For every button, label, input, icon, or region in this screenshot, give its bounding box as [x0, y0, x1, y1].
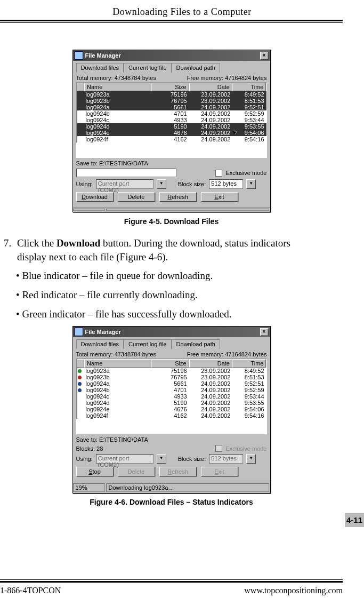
tab-download-path[interactable]: Download path [172, 63, 220, 73]
tab-download-files[interactable]: Download files [76, 63, 124, 73]
table-row[interactable]: log0924b470124.09.20029:52:59 [77, 387, 266, 393]
table-row[interactable]: log0924e467624.09.20029:54:06 [77, 406, 266, 412]
block-size-label: Block size: [178, 456, 206, 462]
app-icon [75, 328, 83, 336]
table-row[interactable]: log0923b7679523.09.20028:51:53 [77, 374, 266, 380]
stop-button[interactable]: Stop [76, 467, 114, 476]
tab-download-path[interactable]: Download path [172, 339, 220, 349]
table-row[interactable]: log0924c493324.09.20029:53:44 [77, 117, 266, 123]
save-to: Save to: E:\TESTING\DATA [76, 158, 267, 168]
figure-caption-46: Figure 4-6. Download Files – Status Indi… [0, 498, 343, 506]
bullet-red: Red indicator – file currently downloadi… [16, 288, 321, 302]
table-row[interactable]: log0924a566124.09.20029:52:51 [77, 104, 266, 110]
table-row[interactable]: log0924c493324.09.20029:53:44 [77, 393, 266, 400]
col-size[interactable]: Size [151, 83, 189, 91]
chevron-down-icon: ▼ [157, 454, 166, 464]
save-path-field[interactable] [76, 169, 176, 177]
footer-phone: 1-866-4TOPCON [0, 586, 61, 595]
col-time[interactable]: Time [232, 359, 266, 368]
status-dot-icon [78, 388, 82, 392]
table-row[interactable]: log0923a7519623.09.20028:49:52 [77, 368, 266, 374]
col-indicator[interactable] [77, 359, 84, 368]
delete-button[interactable]: Delete [118, 192, 155, 202]
using-select: Current port (COM2) [96, 454, 153, 464]
col-indicator[interactable] [77, 83, 84, 91]
status-text: Downloading log0923a… [106, 483, 269, 492]
titlebar[interactable]: File Manager × [73, 327, 270, 337]
total-memory: Total memory: 47348784 bytes [76, 351, 156, 357]
tab-current-log[interactable]: Current log file [124, 339, 172, 349]
status-dot-icon [78, 376, 82, 379]
refresh-button[interactable]: Refresh [159, 192, 197, 202]
status-percent: 19% [73, 483, 105, 492]
block-size-select[interactable]: 512 bytes [209, 179, 243, 189]
chevron-down-icon[interactable]: ▼ [157, 179, 166, 189]
col-name[interactable]: Name [84, 83, 151, 91]
using-label: Using: [76, 181, 93, 187]
delete-button: Delete [118, 467, 155, 476]
figure-caption-45: Figure 4-5. Download Files [0, 217, 343, 226]
save-to: Save to: E:\TESTING\DATA [76, 434, 267, 444]
file-grid[interactable]: Name Size Date Time log0923a7519623.09.2… [76, 359, 267, 419]
col-date[interactable]: Date [189, 83, 232, 91]
table-row[interactable]: log0924d519024.09.20029:53:55 [77, 400, 266, 406]
window-title: File Manager [85, 329, 121, 335]
page-number-tab: 4-11 [345, 513, 364, 527]
using-select[interactable]: Current port (COM2) [96, 179, 153, 189]
file-manager-window-fig46: File Manager × Download files Current lo… [72, 326, 271, 493]
tab-current-log[interactable]: Current log file [124, 63, 172, 73]
table-row[interactable]: log0924b470124.09.20029:52:59 [77, 110, 266, 117]
status-dot-icon [78, 369, 82, 373]
file-grid[interactable]: Name Size Date Time log0923a7519623.09.2… [76, 82, 267, 143]
tab-download-files[interactable]: Download files [76, 339, 124, 349]
table-row[interactable]: log0924e467624.09.20029:54:06 [77, 130, 266, 136]
block-size-label: Block size: [178, 181, 206, 187]
status-dot-icon [78, 382, 82, 386]
exclusive-label: Exclusive mode [225, 170, 266, 176]
table-row[interactable]: log0923a7519623.09.20028:49:52 [77, 91, 266, 98]
free-memory: Free memory: 47164824 bytes [187, 75, 267, 81]
step-7: Click the Download button. During the do… [14, 236, 321, 264]
titlebar[interactable]: File Manager × [73, 50, 270, 61]
file-manager-window-fig45: File Manager × Download files Current lo… [72, 50, 271, 212]
exit-button: Exit [201, 467, 238, 476]
download-button[interactable]: Download [76, 192, 114, 202]
total-memory: Total memory: 47348784 bytes [76, 75, 156, 81]
table-row[interactable]: log0924d519024.09.20029:53:55 [77, 123, 266, 130]
window-title: File Manager [85, 52, 121, 59]
col-name[interactable]: Name [84, 359, 151, 368]
using-label: Using: [76, 456, 93, 462]
col-time[interactable]: Time [232, 83, 266, 91]
bullet-green: Green indicator – file has successfully … [16, 307, 321, 321]
exclusive-label: Exclusive mode [225, 445, 266, 452]
page-header: Downloading Files to a Computer [0, 0, 364, 18]
col-date[interactable]: Date [189, 359, 232, 368]
chevron-down-icon: ▼ [246, 454, 256, 464]
free-memory: Free memory: 47164824 bytes [187, 351, 267, 357]
blocks-label: Blocks: 28 [76, 445, 103, 452]
exclusive-checkbox [215, 445, 222, 452]
app-icon [75, 51, 83, 60]
exit-button[interactable]: Exit [201, 192, 238, 202]
bullet-blue: Blue indicator – file in queue for downl… [16, 269, 321, 283]
footer-url: www.topconpositioning.com [244, 586, 343, 595]
col-size[interactable]: Size [151, 359, 189, 368]
table-row[interactable]: log0924a566124.09.20029:52:51 [77, 380, 266, 387]
close-icon[interactable]: × [260, 328, 269, 336]
exclusive-checkbox[interactable] [215, 170, 222, 177]
table-row[interactable]: log0924f416224.09.20029:54:16 [77, 412, 266, 419]
block-size-select: 512 bytes [209, 454, 243, 464]
table-row[interactable]: log0923b7679523.09.20028:51:53 [77, 98, 266, 104]
table-row[interactable]: log0924f416224.09.20029:54:16 [77, 136, 266, 142]
chevron-down-icon[interactable]: ▼ [246, 179, 256, 189]
refresh-button: Refresh [159, 467, 197, 476]
close-icon[interactable]: × [260, 52, 269, 60]
